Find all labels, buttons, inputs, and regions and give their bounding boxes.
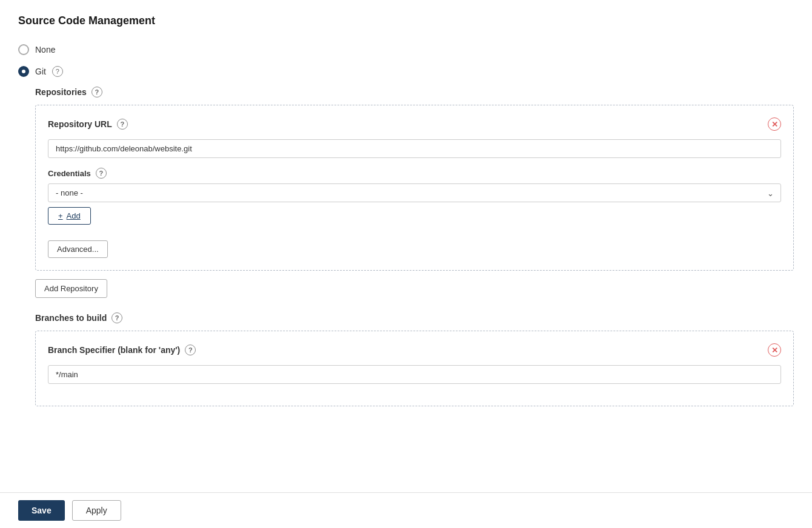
repository-url-field [48,139,781,158]
advanced-section: Advanced... [48,234,781,258]
plus-icon: + [58,211,63,220]
branches-label: Branches to build ? [35,312,794,323]
repository-card-header: Repository URL ? ✕ [48,117,781,131]
radio-git[interactable] [18,66,29,77]
repositories-label: Repositories ? [35,87,794,97]
radio-none-label: None [35,45,55,54]
repository-card: Repository URL ? ✕ Credentials ? [35,105,794,271]
credentials-label: Credentials ? [48,168,781,179]
branch-specifier-card: Branch Specifier (blank for 'any') ? ✕ [35,331,794,406]
branch-specifier-help-icon[interactable]: ? [185,345,196,355]
branch-specifier-field [48,365,781,384]
save-button[interactable]: Save [18,500,65,521]
radio-none[interactable] [18,44,29,55]
radio-item-git[interactable]: Git ? [18,66,794,77]
repository-url-input[interactable] [48,139,781,158]
radio-item-none[interactable]: None [18,44,794,55]
git-section: Repositories ? Repository URL ? ✕ [35,87,794,406]
credentials-field: Credentials ? - none - ⌄ + Add [48,168,781,225]
apply-button[interactable]: Apply [72,500,121,521]
credentials-select[interactable]: - none - [48,183,781,202]
branch-card-header: Branch Specifier (blank for 'any') ? ✕ [48,343,781,357]
branch-specifier-title: Branch Specifier (blank for 'any') ? [48,345,196,355]
branches-help-icon[interactable]: ? [111,312,122,323]
page-title: Source Code Management [18,15,794,27]
repository-url-title: Repository URL ? [48,119,128,130]
repository-url-help-icon[interactable]: ? [117,119,128,130]
footer-buttons: Save Apply [0,492,812,528]
git-help-icon[interactable]: ? [52,66,63,77]
add-repository-wrapper: Add Repository [35,279,794,312]
radio-git-label: Git [35,67,46,76]
add-credentials-label: Add [67,211,81,220]
repository-card-close-button[interactable]: ✕ [768,117,781,131]
branch-specifier-input[interactable] [48,365,781,384]
repositories-help-icon[interactable]: ? [92,87,102,97]
branch-card-close-button[interactable]: ✕ [768,343,781,357]
scm-radio-group: None Git ? [18,44,794,77]
add-credentials-button[interactable]: + Add [48,207,91,225]
credentials-select-wrapper: - none - ⌄ [48,183,781,202]
add-repository-button[interactable]: Add Repository [35,279,107,298]
credentials-help-icon[interactable]: ? [96,168,107,179]
advanced-button[interactable]: Advanced... [48,240,108,258]
